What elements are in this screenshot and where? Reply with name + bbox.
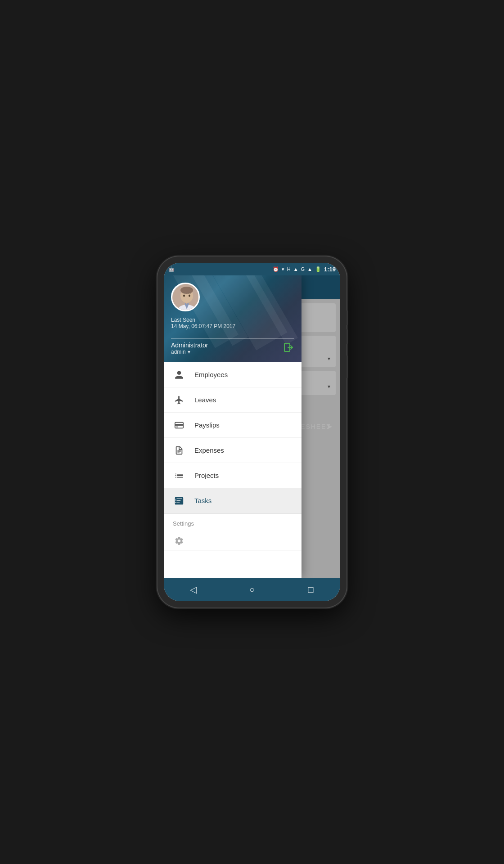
tasks-icon [173, 496, 185, 506]
alarm-icon: ⏰ [273, 266, 279, 272]
signal-h-icon: H [287, 266, 291, 272]
svg-rect-9 [176, 426, 178, 427]
wifi-icon: ▾ [282, 266, 284, 272]
menu-item-tasks[interactable]: Tasks [164, 488, 302, 513]
user-avatar [171, 283, 200, 311]
payslips-icon [173, 420, 185, 430]
menu-item-settings-icon[interactable] [164, 531, 302, 551]
signal-bar2-icon: ▲ [307, 266, 312, 272]
menu-item-expenses[interactable]: Expenses [164, 438, 302, 463]
drawer-header: Last Seen 14 May, 06:07:47 PM 2017 Admin… [164, 275, 302, 362]
last-seen-date: 14 May, 06:07:47 PM 2017 [171, 323, 294, 329]
avatar-row [171, 283, 294, 311]
back-button[interactable]: ◁ [184, 580, 202, 598]
settings-section: Settings [164, 513, 302, 531]
user-section: Administrator admin ▾ [171, 342, 294, 355]
signal-g-icon: G [301, 266, 305, 272]
expenses-label: Expenses [194, 446, 224, 454]
volume-up-button[interactable] [346, 310, 348, 325]
employees-icon [173, 370, 185, 380]
leaves-label: Leaves [194, 396, 216, 404]
logout-button[interactable] [284, 342, 294, 355]
status-right: ⏰ ▾ H ▲ G ▲ 🔋 1:19 [273, 266, 336, 273]
battery-icon: 🔋 [315, 266, 321, 272]
nav-bar: ◁ ○ □ [164, 578, 340, 601]
user-name: Administrator [171, 342, 208, 349]
home-button[interactable]: ○ [243, 580, 261, 598]
tasks-label: Tasks [194, 497, 212, 504]
last-seen-section: Last Seen 14 May, 06:07:47 PM 2017 [171, 317, 294, 332]
user-role: admin [171, 349, 186, 355]
drawer-menu: Employees Leaves [164, 362, 302, 578]
svg-point-5 [189, 295, 190, 297]
status-time: 1:19 [324, 266, 336, 273]
expenses-icon [173, 446, 185, 455]
volume-down-button[interactable] [346, 329, 348, 344]
svg-point-12 [176, 499, 176, 500]
menu-item-leaves[interactable]: Leaves [164, 387, 302, 413]
phone-device: 🤖 ⏰ ▾ H ▲ G ▲ 🔋 1:19 TIMESHEET ➤ [158, 256, 346, 608]
android-icon: 🤖 [168, 266, 175, 272]
header-content: Last Seen 14 May, 06:07:47 PM 2017 Admin… [171, 283, 294, 355]
menu-item-employees[interactable]: Employees [164, 362, 302, 387]
payslips-label: Payslips [194, 421, 220, 429]
settings-label: Settings [173, 520, 194, 527]
status-bar: 🤖 ⏰ ▾ H ▲ G ▲ 🔋 1:19 [164, 263, 340, 275]
role-dropdown-icon[interactable]: ▾ [188, 349, 190, 355]
employees-label: Employees [194, 371, 228, 378]
app-content: TIMESHEET ➤ ▾ ▾ [164, 275, 340, 578]
recents-button[interactable]: □ [302, 580, 320, 598]
phone-screen: 🤖 ⏰ ▾ H ▲ G ▲ 🔋 1:19 TIMESHEET ➤ [164, 263, 340, 601]
svg-rect-8 [175, 424, 183, 426]
signal-bar-icon: ▲ [293, 266, 298, 272]
leaves-icon [173, 395, 185, 405]
status-left: 🤖 [168, 266, 176, 272]
menu-item-projects[interactable]: Projects [164, 463, 302, 488]
svg-point-4 [183, 295, 185, 297]
user-info: Administrator admin ▾ [171, 342, 208, 355]
projects-icon [173, 471, 185, 481]
menu-item-payslips[interactable]: Payslips [164, 413, 302, 438]
projects-label: Projects [194, 472, 219, 479]
navigation-drawer: Last Seen 14 May, 06:07:47 PM 2017 Admin… [164, 275, 302, 578]
svg-point-14 [176, 502, 176, 503]
svg-point-13 [176, 500, 176, 501]
svg-point-2 [180, 287, 193, 294]
power-button[interactable] [346, 356, 348, 378]
last-seen-label: Last Seen [171, 317, 294, 323]
settings-icon [173, 536, 185, 546]
header-divider [171, 338, 294, 339]
